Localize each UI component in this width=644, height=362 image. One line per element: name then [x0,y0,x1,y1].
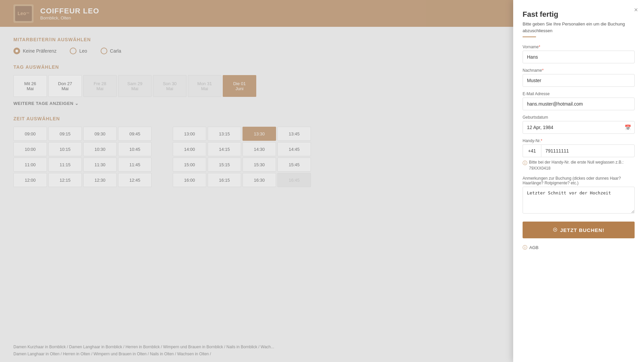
panel-title: Fast fertig [523,10,635,19]
book-label: JETZT BUCHEN! [560,227,604,233]
phone-group: Handy-Nr.* +41 ⓘ Bitte bei der Handy-Nr.… [523,138,635,171]
agb-link[interactable]: ⓘ AGB [523,244,635,251]
phone-hint-text: Bitte bei der Handy-Nr. die erste Null w… [529,159,635,171]
background-overlay [0,0,513,362]
phone-hint: ⓘ Bitte bei der Handy-Nr. die erste Null… [523,159,635,171]
close-button[interactable]: × [634,6,638,14]
vorname-required: * [539,45,540,49]
nachname-group: Nachname* [523,68,635,87]
anmerkungen-textarea[interactable]: Letzter Schnitt vor der Hochzeit [523,187,635,214]
book-button[interactable]: ☉ JETZT BUCHEN! [523,222,635,238]
email-label: E-Mail Adresse [523,92,635,96]
sidebar-panel: × Fast fertig Bitte geben Sie Ihre Perso… [513,0,644,362]
geburtsdatum-group: Geburtsdatum 📅 [523,115,635,134]
vorname-input[interactable] [523,51,635,63]
phone-label: Handy-Nr.* [523,138,635,143]
agb-info-icon: ⓘ [523,245,527,251]
nachname-required: * [542,68,544,73]
phone-prefix: +41 [523,144,541,157]
email-input[interactable] [523,98,635,110]
phone-row: +41 [523,144,635,157]
date-wrapper: 📅 [523,121,635,134]
calendar-icon[interactable]: 📅 [625,124,631,131]
phone-required: * [541,138,542,143]
vorname-label: Vorname* [523,45,635,49]
anmerkungen-group: Anmerkungen zur Buchung (dickes oder dun… [523,176,635,215]
info-icon: ⓘ [523,160,527,167]
nachname-input[interactable] [523,74,635,87]
panel-divider [523,37,536,37]
email-group: E-Mail Adresse [523,92,635,110]
geburtsdatum-input[interactable] [523,121,635,134]
vorname-group: Vorname* [523,45,635,63]
check-icon: ☉ [553,227,557,233]
nachname-label: Nachname* [523,68,635,73]
geburtsdatum-label: Geburtsdatum [523,115,635,120]
anmerkungen-label: Anmerkungen zur Buchung (dickes oder dun… [523,176,635,185]
agb-label: AGB [529,245,538,250]
panel-subtitle: Bitte geben Sie Ihre Personalien ein um … [523,21,635,34]
phone-input[interactable] [541,144,635,157]
